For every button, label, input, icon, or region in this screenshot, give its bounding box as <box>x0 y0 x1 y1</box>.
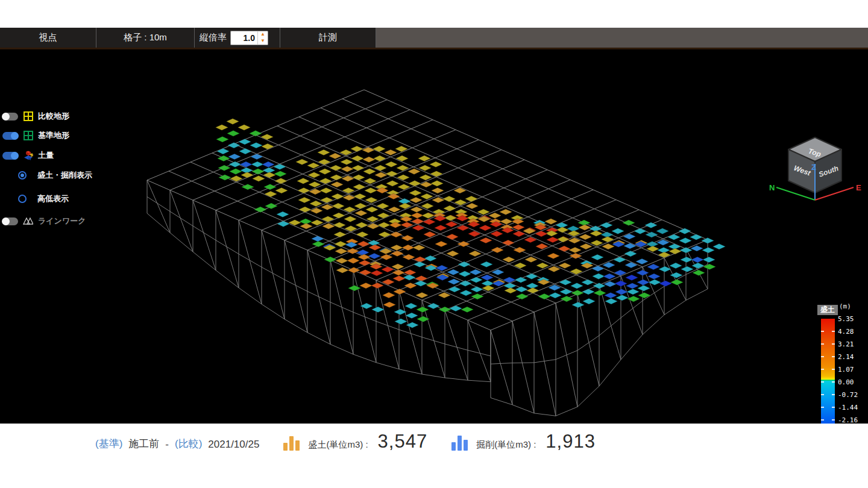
terrain-tile <box>515 287 528 293</box>
terrain-tile <box>461 307 474 313</box>
terrain-tile <box>616 295 629 301</box>
terrain-tile <box>336 267 349 274</box>
terrain-tile <box>450 305 462 311</box>
compare-date: 2021/10/25 <box>208 439 259 451</box>
terrain-tile <box>251 154 263 160</box>
legend-tick-mark <box>832 356 835 357</box>
axis-z-label: Z <box>811 163 816 172</box>
vertical-scale-input[interactable] <box>230 31 257 45</box>
terrain-tile <box>240 161 253 167</box>
terrain-tile <box>230 176 243 182</box>
terrain-tile <box>612 228 624 234</box>
legend-tick-mark <box>832 394 835 395</box>
toggle-knob <box>11 132 19 140</box>
terrain-tile <box>423 219 436 225</box>
terrain-tile <box>374 165 387 171</box>
terrain-tile <box>713 244 726 250</box>
legend-tick-mark <box>821 407 824 408</box>
terrain-tile <box>388 207 401 213</box>
terrain-tile <box>459 271 471 277</box>
terrain-tile <box>403 275 416 281</box>
terrain-tile <box>505 287 517 293</box>
terrain-tile <box>409 190 422 196</box>
terrain-tile <box>513 231 526 237</box>
vertical-scale-stepper[interactable]: ▲ ▼ <box>230 31 268 45</box>
terrain-tile <box>500 209 512 215</box>
terrain-tile <box>516 293 529 299</box>
view-cube[interactable]: Top West South Z N E <box>764 127 867 211</box>
terrain-tile <box>580 243 593 249</box>
terrain-tile <box>489 213 502 219</box>
terrain-tile <box>614 257 626 263</box>
terrain-tile <box>385 161 398 167</box>
terrain-tile <box>341 166 354 172</box>
terrain-tile <box>638 292 651 298</box>
terrain-tile <box>354 193 366 199</box>
terrain-tile <box>380 254 393 260</box>
terrain-tile <box>427 303 440 309</box>
tab-grid-size[interactable]: 格子 : 10m <box>96 28 195 48</box>
terrain-tile <box>527 287 539 293</box>
legend-value: 0.00 <box>838 378 854 386</box>
terrain-tile <box>359 270 372 276</box>
terrain-tile <box>503 257 515 263</box>
terrain-tile <box>297 178 310 184</box>
terrain-tile <box>289 220 301 226</box>
terrain-tile <box>345 226 357 232</box>
terrain-tile <box>363 169 376 175</box>
base-terrain-toggle[interactable] <box>2 132 18 140</box>
terrain-tile <box>216 137 229 143</box>
toggle-knob <box>2 217 10 225</box>
terrain-tile <box>412 225 425 231</box>
radio-row-cutfill: 盛土・掘削表示 <box>18 170 92 181</box>
terrain-tile <box>265 191 277 197</box>
axis-n-label: N <box>769 183 775 192</box>
terrain-tile <box>558 246 571 252</box>
terrain-tile <box>559 263 571 269</box>
terrain-tile <box>358 254 371 260</box>
terrain-tile <box>637 270 649 276</box>
soil-volume-toggle[interactable] <box>2 152 18 160</box>
legend-value: -1.44 <box>838 404 858 411</box>
terrain-tile <box>431 181 444 187</box>
terrain-tile <box>603 274 616 280</box>
tab-measure[interactable]: 計測 <box>280 28 376 48</box>
legend-tick-mark <box>821 356 824 357</box>
terrain-tile <box>374 155 386 161</box>
terrain-tile <box>354 203 367 209</box>
terrain-scene[interactable] <box>0 49 868 424</box>
linework-toggle[interactable] <box>2 217 18 225</box>
radio-row-elevation: 高低表示 <box>18 193 69 204</box>
axis-e-label: E <box>856 183 861 192</box>
terrain-tile <box>627 289 640 295</box>
terrain-tile <box>274 171 287 177</box>
legend-tick-mark <box>821 394 824 395</box>
terrain-tile <box>545 219 558 225</box>
terrain-tile <box>298 197 311 203</box>
base-terrain-label: 基準地形 <box>38 130 69 141</box>
tab-viewpoint[interactable]: 視点 <box>0 28 96 48</box>
cutfill-radio[interactable] <box>18 171 27 180</box>
stepper-down-icon[interactable]: ▼ <box>258 38 268 45</box>
stepper-up-icon[interactable]: ▲ <box>258 31 268 38</box>
toolbar: 視点 格子 : 10m 縦倍率 ▲ ▼ 計測 <box>0 28 868 48</box>
terrain-tile <box>447 269 460 275</box>
terrain-tile <box>377 203 389 209</box>
compare-terrain-label: 比較地形 <box>38 111 69 122</box>
terrain-tile <box>568 231 580 237</box>
viewport-3d[interactable]: Top West South Z N E 比較地形 <box>0 49 868 424</box>
terrain-tile <box>324 257 337 263</box>
terrain-tile <box>296 159 309 165</box>
terrain-tile <box>379 232 391 238</box>
terrain-tile <box>228 154 241 160</box>
terrain-tile <box>299 207 312 213</box>
terrain-tile <box>448 287 461 293</box>
terrain-tile <box>638 286 650 292</box>
terrain-tile <box>658 252 671 258</box>
compare-terrain-toggle[interactable] <box>2 113 18 120</box>
terrain-tile <box>360 303 373 309</box>
status-separator: - <box>165 439 169 451</box>
elevation-radio[interactable] <box>18 195 27 203</box>
terrain-tile <box>274 164 286 170</box>
terrain-tile <box>383 292 395 298</box>
